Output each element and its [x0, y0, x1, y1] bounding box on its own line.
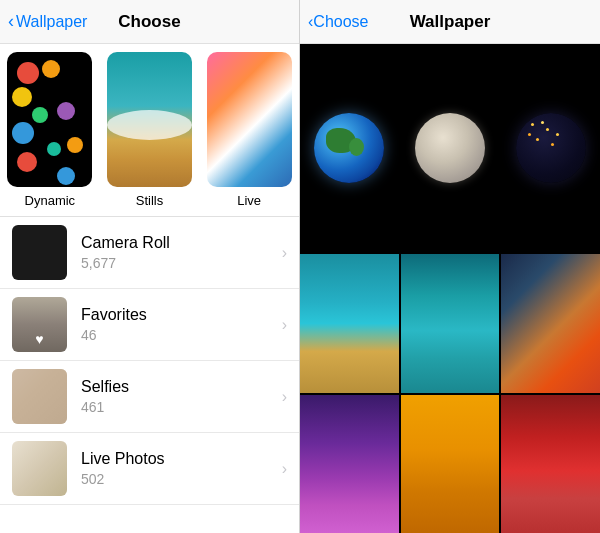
selfies-count: 461 [81, 399, 282, 415]
left-nav-title: Choose [118, 12, 180, 32]
dot-blue2 [57, 167, 75, 185]
dot-blue [12, 122, 34, 144]
live-thumbnail [207, 52, 292, 187]
wave-decoration [107, 110, 192, 140]
ocean-wallpaper [300, 254, 399, 392]
yellow-flower-wallpaper [401, 395, 500, 533]
right-nav-title: Wallpaper [410, 12, 491, 32]
live-photos-info: Live Photos 502 [81, 450, 282, 487]
category-live[interactable]: Live [199, 52, 299, 216]
category-stills[interactable]: Stills [100, 52, 200, 216]
right-back-button[interactable]: ‹ Choose [308, 13, 368, 31]
heart-icon: ♥ [35, 331, 43, 347]
favorites-chevron-icon: › [282, 316, 287, 334]
night-sphere [516, 113, 586, 183]
favorites-name: Favorites [81, 306, 282, 324]
list-item-camera-roll[interactable]: Camera Roll 5,677 › [0, 217, 299, 289]
live-photos-thumb [12, 441, 67, 496]
grid-cell-red-flower[interactable] [501, 395, 600, 533]
category-dynamic[interactable]: Dynamic [0, 52, 100, 216]
selfies-name: Selfies [81, 378, 282, 396]
category-thumbs: Dynamic Stills Live [0, 44, 299, 216]
grid-cell-purple[interactable] [300, 395, 399, 533]
grid-cell-moon[interactable] [401, 44, 500, 252]
favorites-info: Favorites 46 [81, 306, 282, 343]
dot-yellow [12, 87, 32, 107]
left-panel: ‹ Wallpaper Choose [0, 0, 300, 533]
camera-roll-info: Camera Roll 5,677 [81, 234, 282, 271]
list-item-selfies[interactable]: Selfies 461 › [0, 361, 299, 433]
dot-green [32, 107, 48, 123]
selfies-chevron-icon: › [282, 388, 287, 406]
dot-red [17, 62, 39, 84]
stills-label: Stills [136, 193, 163, 208]
earth-sphere [314, 113, 384, 183]
moon-sphere [415, 113, 485, 183]
dot-red2 [17, 152, 37, 172]
grid-cell-yellow-flower[interactable] [401, 395, 500, 533]
live-label: Live [237, 193, 261, 208]
grid-cell-earth[interactable] [300, 44, 399, 252]
right-panel: ‹ Choose Wallpaper [300, 0, 600, 533]
camera-roll-chevron-icon: › [282, 244, 287, 262]
selfies-blur [12, 369, 67, 424]
dynamic-label: Dynamic [25, 193, 76, 208]
dot-orange [42, 60, 60, 78]
grid-cell-orange-abstract[interactable] [501, 254, 600, 392]
camera-roll-thumb [12, 225, 67, 280]
city-lights [516, 113, 519, 116]
grid-cell-ocean[interactable] [300, 254, 399, 392]
red-flower-wallpaper [501, 395, 600, 533]
left-back-button[interactable]: ‹ Wallpaper [8, 11, 87, 32]
camera-roll-name: Camera Roll [81, 234, 282, 252]
grid-cell-night-earth[interactable] [501, 44, 600, 252]
right-nav-bar: ‹ Choose Wallpaper [300, 0, 600, 44]
live-photos-count: 502 [81, 471, 282, 487]
selfies-info: Selfies 461 [81, 378, 282, 415]
left-back-label: Wallpaper [16, 13, 87, 31]
photo-albums-list: Camera Roll 5,677 › ♥ Favorites 46 › [0, 216, 299, 533]
left-nav-bar: ‹ Wallpaper Choose [0, 0, 299, 44]
right-back-label: Choose [313, 13, 368, 31]
live-photos-name: Live Photos [81, 450, 282, 468]
orange-abstract-wallpaper [501, 254, 600, 392]
dot-purple [57, 102, 75, 120]
list-item-live-photos[interactable]: Live Photos 502 › [0, 433, 299, 505]
wallpaper-grid [300, 44, 600, 533]
dot-teal [47, 142, 61, 156]
camera-roll-count: 5,677 [81, 255, 282, 271]
teal-wave-wallpaper [401, 254, 500, 392]
live-photos-chevron-icon: › [282, 460, 287, 478]
earth-land2 [349, 138, 364, 156]
dynamic-thumbnail [7, 52, 92, 187]
selfies-thumb [12, 369, 67, 424]
purple-wallpaper [300, 395, 399, 533]
grid-cell-teal-wave[interactable] [401, 254, 500, 392]
favorites-thumb: ♥ [12, 297, 67, 352]
left-chevron-icon: ‹ [8, 11, 14, 32]
stills-thumbnail [107, 52, 192, 187]
dot-orange2 [67, 137, 83, 153]
favorites-count: 46 [81, 327, 282, 343]
list-item-favorites[interactable]: ♥ Favorites 46 › [0, 289, 299, 361]
